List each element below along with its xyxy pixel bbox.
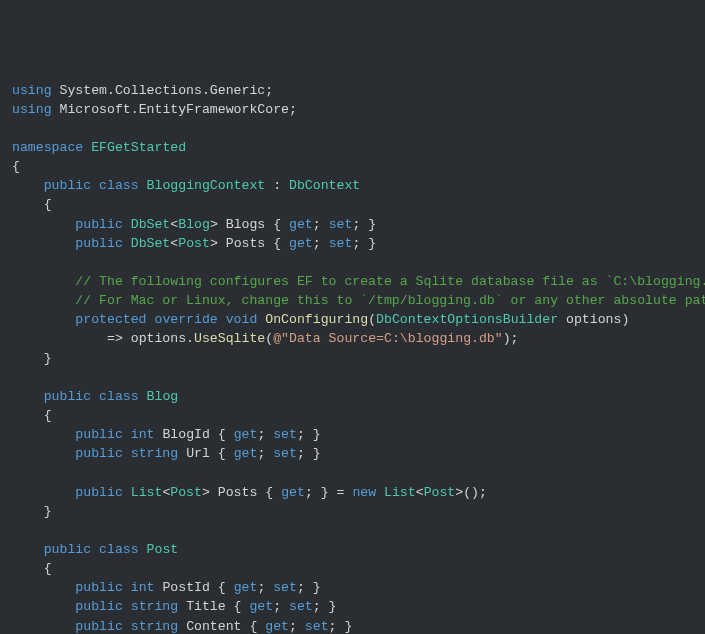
code-line: namespace EFGetStarted xyxy=(12,140,186,155)
class-name: Blog xyxy=(147,389,179,404)
code-line: => options.UseSqlite(@"Data Source=C:\bl… xyxy=(12,331,519,346)
semi: ; xyxy=(297,446,313,461)
comment: // The following configures EF to create… xyxy=(75,274,705,289)
keyword-class: class xyxy=(99,178,139,193)
semi: ; xyxy=(313,217,329,232)
accessor-get: get xyxy=(234,427,258,442)
accessor-set: set xyxy=(289,599,313,614)
modifier-public: public xyxy=(75,599,122,614)
modifier-public: public xyxy=(75,427,122,442)
modifier-public: public xyxy=(75,217,122,232)
generic-type: Post xyxy=(170,485,202,500)
brace-open: { xyxy=(242,619,266,634)
type-int: int xyxy=(131,580,155,595)
code-line: public class BloggingContext : DbContext xyxy=(12,178,360,193)
angle-open: < xyxy=(416,485,424,500)
string-literal: "Data Source=C:\blogging.db" xyxy=(281,331,503,346)
brace-close: } xyxy=(344,619,352,634)
code-line: public class Post xyxy=(12,542,178,557)
accessor-set: set xyxy=(329,236,353,251)
code-line: public string Url { get; set; } xyxy=(12,446,321,461)
brace: } xyxy=(12,351,52,366)
arrow: => xyxy=(107,331,131,346)
paren-open: ( xyxy=(368,312,376,327)
brace-open: { xyxy=(265,217,289,232)
modifier-public: public xyxy=(44,542,91,557)
code-line: public int PostId { get; set; } xyxy=(12,580,321,595)
brace-close: } xyxy=(329,599,337,614)
modifier-protected: protected xyxy=(75,312,146,327)
namespace-ref: Microsoft.EntityFrameworkCore xyxy=(60,102,290,117)
brace-close: } xyxy=(368,217,376,232)
modifier-public: public xyxy=(75,446,122,461)
code-line: public DbSet<Post> Posts { get; set; } xyxy=(12,236,376,251)
angle-close: > xyxy=(202,485,210,500)
type-string: string xyxy=(131,446,178,461)
namespace-ref: System.Collections.Generic xyxy=(60,83,266,98)
keyword-using: using xyxy=(12,102,52,117)
accessor-set: set xyxy=(305,619,329,634)
brace-close: } xyxy=(313,427,321,442)
semi: ; xyxy=(257,446,273,461)
modifier-public: public xyxy=(75,580,122,595)
accessor-get: get xyxy=(234,446,258,461)
semi: ; xyxy=(257,580,273,595)
modifier-override: override xyxy=(154,312,217,327)
modifier-public: public xyxy=(75,236,122,251)
semi: ; xyxy=(273,599,289,614)
semi: ; xyxy=(352,217,368,232)
code-editor[interactable]: using System.Collections.Generic; using … xyxy=(12,81,705,634)
code-line: public string Title { get; set; } xyxy=(12,599,337,614)
code-line: public DbSet<Blog> Blogs { get; set; } xyxy=(12,217,376,232)
semi: ; xyxy=(352,236,368,251)
generic-type: Blog xyxy=(178,217,210,232)
brace-open: { xyxy=(257,485,281,500)
brace: { xyxy=(12,561,52,576)
class-name: Post xyxy=(147,542,179,557)
param-type: DbContextOptionsBuilder xyxy=(376,312,558,327)
type-list: List xyxy=(131,485,163,500)
type-int: int xyxy=(131,427,155,442)
accessor-get: get xyxy=(234,580,258,595)
accessor-set: set xyxy=(273,427,297,442)
method-call: UseSqlite xyxy=(194,331,265,346)
generic-type: Post xyxy=(178,236,210,251)
brace: { xyxy=(12,197,52,212)
property-name: Content xyxy=(186,619,241,634)
type-list: List xyxy=(384,485,416,500)
class-name: BloggingContext xyxy=(147,178,266,193)
paren-close: ); xyxy=(503,331,519,346)
colon: : xyxy=(265,178,289,193)
semicolon: ; xyxy=(265,83,273,98)
semi: ; xyxy=(289,619,305,634)
generic-type: Post xyxy=(424,485,456,500)
semi: ; xyxy=(305,485,321,500)
brace-open: { xyxy=(226,599,250,614)
code-line: public class Blog xyxy=(12,389,178,404)
accessor-get: get xyxy=(289,217,313,232)
brace-open: { xyxy=(210,580,234,595)
keyword-using: using xyxy=(12,83,52,98)
code-line: // For Mac or Linux, change this to `/tm… xyxy=(12,293,705,308)
object-ref: options. xyxy=(131,331,194,346)
keyword-namespace: namespace xyxy=(12,140,83,155)
parens: (); xyxy=(463,485,487,500)
verbatim-at: @ xyxy=(273,331,281,346)
angle-close: > xyxy=(210,236,218,251)
accessor-set: set xyxy=(273,446,297,461)
type-dbset: DbSet xyxy=(131,217,171,232)
property-name: Posts xyxy=(226,236,266,251)
code-line: using System.Collections.Generic; xyxy=(12,83,273,98)
brace-open: { xyxy=(265,236,289,251)
paren-close: ) xyxy=(621,312,629,327)
code-line: // The following configures EF to create… xyxy=(12,274,705,289)
semi: ; xyxy=(313,236,329,251)
semi: ; xyxy=(297,580,313,595)
property-name: Url xyxy=(186,446,210,461)
brace: { xyxy=(12,408,52,423)
semi: ; xyxy=(297,427,313,442)
keyword-class: class xyxy=(99,389,139,404)
base-type: DbContext xyxy=(289,178,360,193)
accessor-get: get xyxy=(249,599,273,614)
accessor-get: get xyxy=(281,485,305,500)
